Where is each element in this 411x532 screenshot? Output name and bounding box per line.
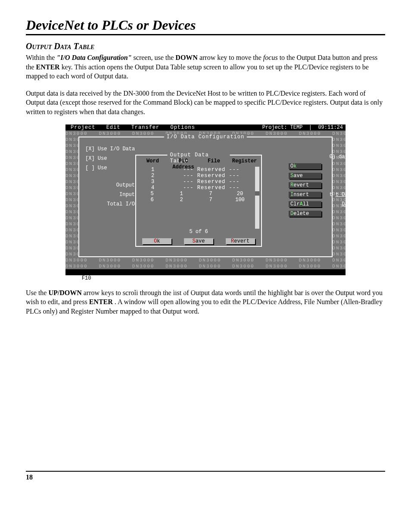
text: screen, use the (134, 54, 176, 61)
ok-button[interactable]: Ok (289, 163, 321, 169)
menu-options[interactable]: Options (170, 124, 195, 131)
menu-edit[interactable]: Edit (106, 124, 121, 131)
quoted-screen-name: "I/O Data Configuration" (56, 54, 131, 61)
paragraph-2: Output data is data received by the DN-3… (26, 89, 385, 117)
page-footer: 18 (26, 471, 385, 481)
insert-button[interactable]: Insert t t Data (289, 192, 321, 198)
chk-use-2[interactable]: [ ] Use (85, 165, 135, 174)
inner-ok-button[interactable]: Ok (142, 238, 171, 244)
peek-data-a: 0) data) (329, 154, 354, 160)
status-rest: | ↑ ↓ move, <ENTER> selects Entry to edi… (81, 287, 211, 293)
text: key. This action opens the Output Data T… (26, 63, 369, 80)
scrollbar[interactable] (255, 167, 259, 229)
inner-revert-button[interactable]: Revert (226, 238, 255, 244)
chk-use-1[interactable]: [X] Use (85, 156, 135, 165)
peek-data-b: t t Data (329, 192, 354, 198)
io-data-config-frame: I/O Data Configuration [X] Use I/O Data … (78, 137, 333, 257)
menu-transfer[interactable]: Transfer (131, 124, 160, 131)
key-enter: ENTER (36, 63, 60, 71)
label-input: Input (85, 192, 135, 198)
scrollbar-thumb[interactable] (255, 191, 259, 196)
section-heading: Output Data Table (26, 41, 385, 51)
clrall-button[interactable]: ClrAll Data (289, 201, 321, 207)
word-focus: focus (263, 54, 278, 61)
revert-button[interactable]: Revert (289, 182, 321, 188)
status-save: Save (81, 281, 93, 287)
output-data-table-frame: Output Data Table Word PLC Address File … (135, 155, 262, 247)
page-number: 18 (26, 473, 33, 481)
pager: 5 of 6 (187, 229, 210, 235)
dos-screenshot: Project Edit Transfer Options Project: T… (65, 124, 346, 275)
text: Use the (26, 289, 48, 296)
label-output: Output (85, 182, 135, 188)
doc-title: DeviceNet to PLCs or Devices (26, 17, 385, 35)
inner-save-button[interactable]: Save (184, 238, 213, 244)
table-row[interactable]: 2--- Reserved --- (139, 173, 253, 179)
peek-data-c: Data (342, 201, 354, 207)
table-row[interactable]: 4--- Reserved --- (139, 185, 253, 191)
paragraph-1: Within the "I/O Data Configuration" scre… (26, 53, 385, 81)
menubar: Project Edit Transfer Options Project: T… (65, 124, 346, 131)
right-button-stack: Ok Save 0) data) Revert Insert t t Data … (289, 163, 321, 217)
text: arrow key to move the (199, 54, 263, 61)
menu-project[interactable]: Project (71, 124, 95, 131)
table-row[interactable]: 1--- Reserved --- (139, 167, 253, 173)
clock: 09:11:24 (318, 124, 343, 131)
io-data-config-title: I/O Data Configuration (164, 134, 247, 140)
table-row[interactable]: 3--- Reserved --- (139, 179, 253, 185)
key-enter: ENTER (89, 298, 113, 305)
key-down: DOWN (175, 54, 198, 61)
delete-button[interactable]: Delete (289, 211, 321, 217)
label-total-io: Total I/O (85, 201, 135, 207)
left-column: [X] Use I/O Data [X] Use [ ] Use Output … (85, 146, 135, 211)
statusbar: F10 Save | ↑ ↓ move, <ENTER> selects Ent… (65, 269, 346, 275)
text: Within the (26, 54, 56, 61)
table-body[interactable]: 1--- Reserved ---2--- Reserved ---3--- R… (139, 167, 253, 229)
table-row[interactable]: 627100 (139, 197, 253, 203)
table-row[interactable]: 51720 (139, 191, 253, 197)
chk-use-io-data[interactable]: [X] Use I/O Data (85, 146, 135, 156)
save-button[interactable]: Save 0) data) (289, 173, 321, 179)
project-label: Project: TEMP (262, 124, 303, 131)
hotkey-f10[interactable]: F10 (81, 275, 93, 281)
